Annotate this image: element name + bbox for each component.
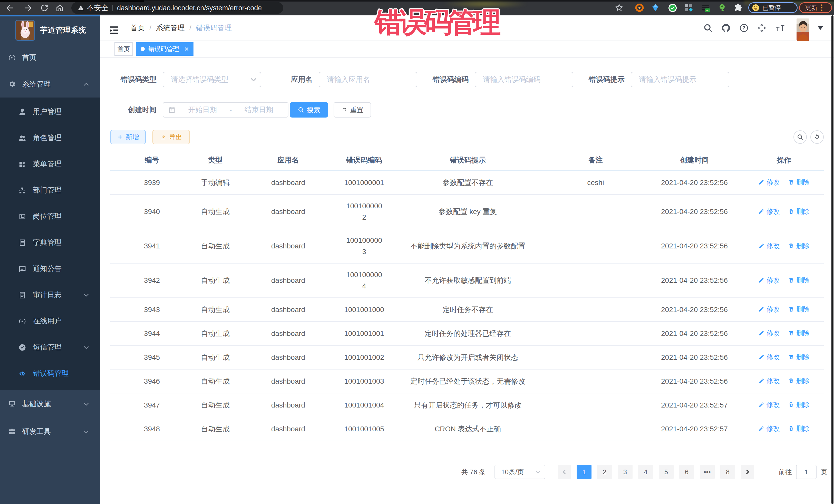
page-size-select[interactable]: 10条/页 bbox=[495, 465, 545, 479]
code-label: 错误码编码 bbox=[422, 72, 475, 87]
github-icon[interactable] bbox=[721, 23, 731, 33]
date-start-placeholder[interactable]: 开始日期 bbox=[179, 105, 226, 115]
fullscreen-icon[interactable] bbox=[757, 23, 767, 33]
sidebar-submenu-item[interactable]: 部门管理 bbox=[0, 177, 100, 203]
sidebar-submenu-item[interactable]: 字典管理 bbox=[0, 229, 100, 256]
delete-link[interactable]: 删除 bbox=[788, 399, 810, 410]
delete-link[interactable]: 删除 bbox=[788, 327, 810, 339]
edit-icon bbox=[758, 425, 765, 432]
extension-key-icon[interactable] bbox=[718, 4, 726, 12]
edit-link[interactable]: 修改 bbox=[758, 206, 780, 217]
help-icon[interactable] bbox=[739, 23, 749, 33]
close-icon[interactable] bbox=[184, 46, 190, 52]
delete-link[interactable]: 删除 bbox=[788, 177, 810, 188]
sidebar-submenu-item[interactable]: 错误码管理 bbox=[0, 360, 100, 387]
jump-page-input[interactable]: 1 bbox=[796, 465, 816, 479]
delete-link[interactable]: 删除 bbox=[788, 275, 810, 286]
next-page-button[interactable] bbox=[741, 465, 754, 479]
edit-link[interactable]: 修改 bbox=[758, 399, 780, 410]
sidebar-item-system[interactable]: 系统管理 bbox=[0, 71, 100, 97]
type-select[interactable]: 请选择错误码类型 bbox=[163, 72, 261, 87]
page-number-button[interactable]: ••• bbox=[700, 465, 715, 479]
breadcrumb-system[interactable]: 系统管理 bbox=[156, 15, 185, 41]
edit-link[interactable]: 修改 bbox=[758, 304, 780, 315]
extension-green-circle-icon[interactable] bbox=[668, 4, 676, 12]
edit-link[interactable]: 修改 bbox=[758, 275, 780, 286]
page-number-button[interactable]: 4 bbox=[638, 465, 653, 479]
sidebar-submenu-item[interactable]: 角色管理 bbox=[0, 125, 100, 151]
page-number-button[interactable]: 2 bbox=[597, 465, 612, 479]
edit-link[interactable]: 修改 bbox=[758, 240, 780, 251]
cell-app: dashboard bbox=[237, 298, 339, 322]
edit-link[interactable]: 修改 bbox=[758, 375, 780, 387]
delete-link[interactable]: 删除 bbox=[788, 206, 810, 217]
sidebar-submenu-item[interactable]: 通知公告 bbox=[0, 256, 100, 282]
sidebar-item-devtools[interactable]: 研发工具 bbox=[0, 418, 100, 445]
code-input[interactable] bbox=[483, 72, 565, 87]
tag-home[interactable]: 首页 bbox=[114, 42, 133, 56]
show-search-toggle-button[interactable] bbox=[793, 130, 807, 144]
page-number-button[interactable]: 3 bbox=[618, 465, 633, 479]
font-size-icon[interactable] bbox=[775, 23, 785, 33]
page-number-button[interactable]: 1 bbox=[577, 465, 592, 479]
sidebar-item-home[interactable]: 首页 bbox=[0, 44, 100, 71]
edit-link[interactable]: 修改 bbox=[758, 423, 780, 434]
search-button[interactable]: 搜索 bbox=[290, 102, 328, 117]
tag-error-code[interactable]: 错误码管理 bbox=[136, 42, 194, 56]
edit-link-label: 修改 bbox=[767, 275, 780, 286]
table-header-row: 编号 类型 应用名 错误码编码 错误码提示 备注 创建时间 操作 bbox=[110, 150, 824, 170]
update-button-label: 更新 bbox=[805, 4, 817, 12]
edit-link[interactable]: 修改 bbox=[758, 351, 780, 363]
delete-link[interactable]: 删除 bbox=[788, 375, 810, 387]
cell-actions: 修改 删除 bbox=[744, 369, 824, 393]
delete-link[interactable]: 删除 bbox=[788, 240, 810, 251]
hamburger-icon[interactable] bbox=[109, 25, 119, 35]
tip-input[interactable] bbox=[639, 72, 721, 87]
extension-blue-gem-icon[interactable] bbox=[651, 4, 659, 12]
date-range-picker[interactable]: 开始日期 - 结束日期 bbox=[163, 102, 288, 117]
trash-icon bbox=[788, 330, 794, 336]
submenu-item-icon bbox=[19, 370, 26, 377]
extension-grid-icon[interactable] bbox=[685, 4, 693, 12]
page-number-button[interactable]: 6 bbox=[679, 465, 694, 479]
delete-link[interactable]: 删除 bbox=[788, 351, 810, 363]
page-scrollbar[interactable] bbox=[831, 15, 833, 504]
avatar[interactable] bbox=[796, 19, 809, 41]
sidebar-submenu-item[interactable]: 审计日志 bbox=[0, 282, 100, 308]
page-number-button[interactable]: 8 bbox=[720, 465, 735, 479]
breadcrumb-separator: / bbox=[149, 15, 151, 41]
reset-button[interactable]: 重置 bbox=[334, 102, 371, 117]
search-icon[interactable] bbox=[703, 23, 713, 33]
export-button[interactable]: 导出 bbox=[152, 130, 190, 144]
bookmark-star-button[interactable] bbox=[615, 3, 623, 12]
add-button[interactable]: 新增 bbox=[110, 130, 146, 144]
delete-link[interactable]: 删除 bbox=[788, 304, 810, 315]
delete-link[interactable]: 删除 bbox=[788, 423, 810, 434]
date-end-placeholder[interactable]: 结束日期 bbox=[235, 105, 283, 115]
sidebar-item-infrastructure[interactable]: 基础设施 bbox=[0, 390, 100, 418]
sidebar-submenu-item[interactable]: 在线用户 bbox=[0, 308, 100, 334]
sidebar-logo[interactable]: 芋道管理系统 bbox=[0, 17, 100, 44]
page-number-button[interactable]: 5 bbox=[659, 465, 674, 479]
breadcrumb-home[interactable]: 首页 bbox=[130, 15, 145, 41]
extension-puzzle-icon[interactable] bbox=[734, 4, 742, 12]
edit-link[interactable]: 修改 bbox=[758, 177, 780, 188]
cell-code: 1001001000 bbox=[339, 298, 389, 322]
search-form-row-2: 创建时间 开始日期 - 结束日期 搜索 重置 bbox=[110, 102, 824, 117]
browser-chrome: 不安全 dashboard.yudao.iocoder.cn/system/er… bbox=[0, 0, 834, 15]
sidebar-submenu-item[interactable]: 菜单管理 bbox=[0, 151, 100, 177]
sidebar-submenu-item[interactable]: 短信管理 bbox=[0, 334, 100, 360]
sidebar-submenu-item[interactable]: 岗位管理 bbox=[0, 203, 100, 229]
cell-tip: 定时任务的处理器已经存在 bbox=[389, 322, 547, 345]
extension-orange-ring-icon[interactable] bbox=[635, 4, 643, 12]
cell-code: 1001001002 bbox=[339, 345, 389, 369]
browser-update-button[interactable]: 更新 bbox=[799, 2, 832, 13]
sidebar-submenu-item[interactable]: 用户管理 bbox=[0, 98, 100, 125]
prev-page-button[interactable] bbox=[557, 465, 571, 479]
caret-down-icon[interactable] bbox=[817, 26, 823, 30]
app-name-input[interactable] bbox=[327, 72, 409, 87]
edit-link[interactable]: 修改 bbox=[758, 327, 780, 339]
refresh-table-button[interactable] bbox=[810, 130, 824, 144]
extension-list-on-icon[interactable]: on bbox=[702, 4, 710, 12]
extension-paused-badge[interactable]: 已暂停 bbox=[748, 2, 797, 13]
